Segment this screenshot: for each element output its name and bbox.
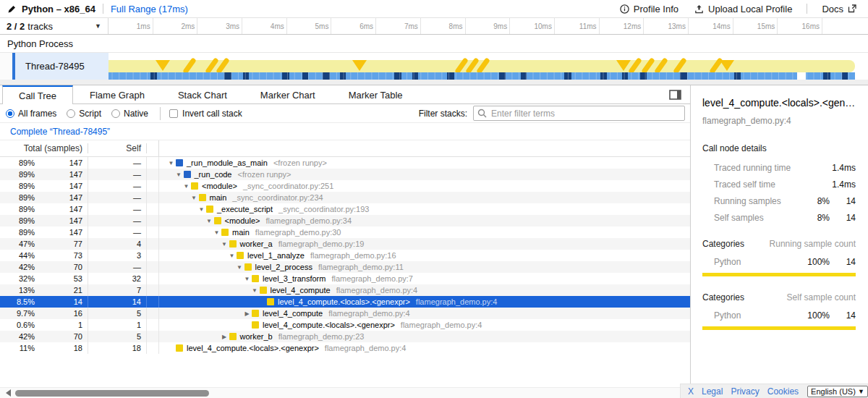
thread-activity-graph[interactable] — [109, 53, 868, 80]
call-tree-row[interactable]: 89%147—▼<module>flamegraph_demo.py:34 — [0, 215, 690, 226]
tab-marker-table[interactable]: Marker Table — [332, 85, 420, 103]
detail-row-self-samples: Self samples8%14 — [702, 213, 856, 223]
detail-label: Self samples — [714, 213, 801, 223]
footer-link-privacy[interactable]: Privacy — [731, 386, 759, 397]
twisty-open-icon[interactable]: ▼ — [197, 206, 206, 213]
twisty-closed-icon[interactable]: ▶ — [242, 310, 252, 317]
invert-call-stack-checkbox[interactable]: Invert call stack — [169, 109, 242, 119]
call-tree-row[interactable]: 11%1818level_4_compute.<locals>.<genexpr… — [0, 342, 690, 354]
radio-native[interactable]: Native — [111, 109, 148, 119]
source-location: flamegraph_demo.py:34 — [265, 216, 352, 225]
total-percent-cell: 0.6% — [0, 321, 35, 329]
category-yellow-icon — [221, 229, 229, 236]
detail-value: 14 — [830, 196, 856, 206]
function-name: worker_b — [240, 332, 273, 341]
function-name: <module> — [225, 216, 260, 225]
call-tree-row[interactable]: 13%217▼level_4_computeflamegraph_demo.py… — [0, 284, 690, 296]
twisty-closed-icon[interactable]: ▶ — [220, 334, 229, 340]
call-tree-row[interactable]: 89%147—▼<module>_sync_coordinator.py:251 — [0, 180, 690, 192]
call-tree-row[interactable]: 89%147—▼_run_module_as_main<frozen runpy… — [0, 157, 690, 169]
breadcrumb: Complete “Thread-78495” — [0, 123, 690, 140]
tab-stack-chart[interactable]: Stack Chart — [161, 85, 244, 103]
radio-all-frames[interactable]: All frames — [6, 109, 56, 119]
self-samples-cell: 5 — [88, 308, 147, 319]
twisty-open-icon[interactable]: ▼ — [166, 160, 176, 166]
call-tree-row[interactable]: 8.5%1414level_4_compute.<locals>.<genexp… — [0, 296, 690, 308]
docs-button[interactable]: Docs — [822, 4, 861, 14]
upload-local-profile-button[interactable]: Upload Local Profile — [694, 4, 792, 14]
activity-graph-svg — [109, 53, 868, 80]
horizontal-scrollbar[interactable] — [0, 387, 690, 398]
ruler-tick-13ms: 13ms — [644, 18, 689, 34]
detail-label: Running samples — [714, 196, 801, 206]
profile-info-button[interactable]: Profile Info — [620, 4, 678, 14]
call-tree-row[interactable]: 42%70—▼level_2_processflamegraph_demo.py… — [0, 261, 690, 273]
footer-link-x[interactable]: X — [688, 386, 694, 397]
detail-label: Traced running time — [714, 163, 801, 173]
twisty-open-icon[interactable]: ▼ — [205, 218, 214, 224]
tab-marker-chart[interactable]: Marker Chart — [244, 85, 332, 103]
top-bar: Python – x86_64 Full Range (17ms) Profil… — [0, 0, 868, 18]
thread-row-spacer — [0, 53, 12, 80]
breadcrumb-complete-thread[interactable]: Complete “Thread-78495” — [10, 127, 110, 137]
radio-script[interactable]: Script — [67, 109, 101, 119]
total-percent-cell: 11% — [0, 344, 35, 352]
twisty-open-icon[interactable]: ▼ — [250, 287, 260, 294]
twisty-open-icon[interactable]: ▼ — [235, 264, 244, 271]
detail-row-traced-running-time: Traced running time1.4ms — [702, 163, 856, 173]
timeline-header: 2 / 2 tracks ▼ 1ms2ms3ms4ms5ms6ms7ms8ms9… — [0, 18, 868, 35]
call-tree-row[interactable]: 89%147—▼_run_code<frozen runpy> — [0, 169, 690, 180]
footer-link-legal[interactable]: Legal — [702, 386, 723, 397]
filter-stacks-label: Filter stacks: — [419, 109, 467, 119]
twisty-open-icon[interactable]: ▼ — [182, 183, 191, 190]
tab-flame-graph[interactable]: Flame Graph — [73, 85, 161, 103]
divider — [160, 107, 161, 120]
twisty-open-icon[interactable]: ▼ — [242, 276, 252, 282]
function-name: _run_module_as_main — [187, 158, 268, 167]
call-tree-row[interactable]: 44%733▼level_1_analyzeflamegraph_demo.py… — [0, 250, 690, 261]
function-cell: level_4_compute.<locals>.<genexpr>flameg… — [159, 297, 690, 306]
function-name: level_4_compute.<locals>.<genexpr> — [187, 344, 319, 352]
source-location: flamegraph_demo.py:4 — [328, 309, 410, 318]
detail-percent: 8% — [801, 196, 830, 206]
twisty-open-icon[interactable]: ▼ — [190, 195, 199, 201]
detail-percent — [801, 179, 830, 190]
call-tree-row[interactable]: 47%774▼worker_aflamegraph_demo.py:19 — [0, 238, 690, 250]
total-percent-cell: 89% — [0, 193, 35, 202]
source-location: _sync_coordinator.py:234 — [232, 193, 323, 202]
external-link-icon — [848, 4, 856, 13]
twisty-open-icon[interactable]: ▼ — [212, 229, 221, 236]
tab-call-tree[interactable]: Call Tree — [2, 85, 73, 104]
thread-track-label[interactable]: Thread-78495 — [15, 53, 109, 80]
detail-value: 1.4ms — [830, 179, 856, 190]
call-tree-row[interactable]: 89%147—▼_execute_script_sync_coordinator… — [0, 203, 690, 215]
call-tree-row[interactable]: 9.7%165▶level_4_computeflamegraph_demo.p… — [0, 308, 690, 319]
scroll-left-arrow-icon[interactable] — [2, 389, 11, 397]
timeline-ruler: 1ms2ms3ms4ms5ms6ms7ms8ms9ms10ms11ms12ms1… — [109, 18, 868, 34]
twisty-open-icon[interactable]: ▼ — [220, 241, 229, 247]
call-tree-row[interactable]: 0.6%11level_4_compute.<locals>.<genexpr>… — [0, 319, 690, 331]
footer-link-cookies[interactable]: Cookies — [767, 386, 799, 397]
language-select[interactable]: English (US) ▼ — [807, 386, 868, 397]
source-location: _sync_coordinator.py:193 — [278, 205, 369, 213]
function-cell: level_4_compute.<locals>.<genexpr>flameg… — [159, 321, 690, 329]
ruler-tick-3ms: 3ms — [197, 18, 242, 34]
scrollbar-thumb[interactable] — [15, 390, 209, 397]
call-tree-row[interactable]: 42%705▶worker_bflamegraph_demo.py:23 — [0, 331, 690, 342]
filter-stacks-input[interactable] — [473, 106, 685, 121]
call-tree-row[interactable]: 32%5332▼level_3_transformflamegraph_demo… — [0, 273, 690, 284]
call-tree-row[interactable]: 89%147—▼mainflamegraph_demo.py:30 — [0, 226, 690, 238]
total-percent-cell: 89% — [0, 170, 35, 179]
sidebar-toggle-button[interactable] — [669, 90, 681, 100]
twisty-open-icon[interactable]: ▼ — [174, 172, 184, 178]
full-range-button[interactable]: Full Range (17ms) — [111, 4, 188, 14]
self-samples-cell: — — [88, 169, 147, 180]
column-header-category — [147, 140, 159, 156]
process-track-row[interactable]: Python Process — [0, 35, 868, 53]
total-samples-cell: 147 — [35, 157, 88, 169]
total-samples-cell: 70 — [35, 261, 88, 273]
category-blue-icon — [176, 159, 183, 166]
twisty-open-icon[interactable]: ▼ — [227, 253, 237, 259]
call-tree-row[interactable]: 89%147—▼main_sync_coordinator.py:234 — [0, 192, 690, 203]
tracks-dropdown[interactable]: 2 / 2 tracks ▼ — [0, 18, 109, 34]
